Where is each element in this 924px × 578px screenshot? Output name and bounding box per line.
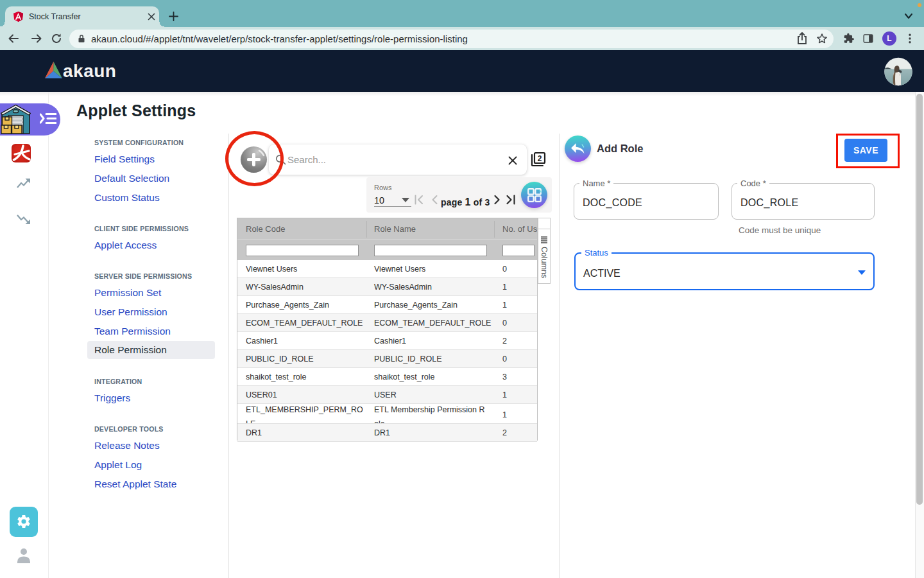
svg-text:2: 2 — [538, 154, 542, 163]
